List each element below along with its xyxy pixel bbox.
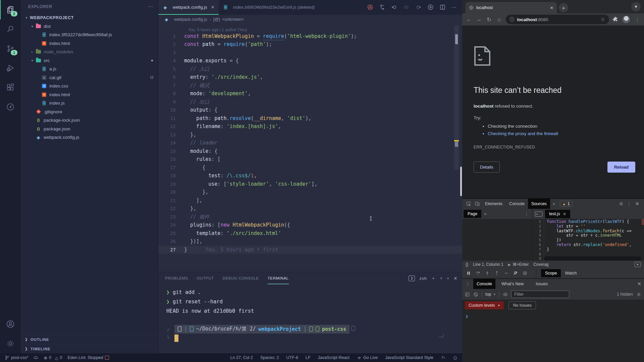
console-sidebar-icon[interactable]	[465, 292, 470, 297]
maximize-panel-icon[interactable]: ∧	[447, 277, 449, 280]
more-navigator-tabs-icon[interactable]: »	[481, 212, 489, 216]
tab-debug-console[interactable]: DEBUG CONSOLE	[223, 272, 259, 284]
tab-webpack-config[interactable]: ◈ webpack.config.js ✕	[158, 0, 219, 15]
extension-circle-activity-icon[interactable]	[0, 97, 21, 117]
source-code-pane[interactable]: 1function handlePriceStr(lastWTF) {2 let…	[532, 219, 644, 261]
tree-item-WEBPACKPROJECT[interactable]: ▾WEBPACKPROJECT	[21, 13, 158, 22]
tab-deleted-file[interactable]: index.b69034b5fed15e2e81e9.js (deleted)	[219, 0, 319, 15]
close-drawer-icon[interactable]: ✕	[634, 281, 644, 287]
step-over-icon[interactable]	[476, 271, 480, 276]
console-tab[interactable]: Console	[473, 279, 495, 289]
details-button[interactable]: Details	[474, 162, 500, 173]
new-terminal-icon[interactable]: ＋	[431, 275, 436, 281]
lint-status-item[interactable]: Eden Lint: Stopped	[67, 355, 109, 360]
account-icon[interactable]	[0, 314, 21, 334]
custom-levels-dropdown[interactable]: Custom levels ▼	[465, 301, 504, 309]
new-tab-button[interactable]: ＋	[559, 3, 568, 12]
tree-item-a.js[interactable]: a.js	[21, 65, 158, 73]
eol-sequence[interactable]: LF	[306, 355, 311, 360]
tree-item-cat.gif[interactable]: ▲cat.gifU	[21, 73, 158, 82]
navigator-tab-page[interactable]: Page	[464, 210, 481, 218]
git-graph-icon[interactable]	[379, 4, 385, 10]
run-debug-activity-icon[interactable]	[0, 58, 21, 78]
overflow-dropdown-icon[interactable]: ▼	[635, 262, 641, 267]
tree-item-index.html[interactable]: 5index.html	[21, 90, 158, 99]
breadcrumb[interactable]: ◈ webpack.config.js › [@] <unknown>	[158, 15, 462, 24]
watch-tab[interactable]: Watch	[561, 269, 581, 277]
more-tabs-icon[interactable]: »	[550, 201, 558, 206]
codelens-annotation[interactable]: You, 5 hours ago | 1 author (You)	[158, 24, 462, 32]
drawer-menu-icon[interactable]: ⋮	[462, 282, 473, 287]
current-change-icon[interactable]	[403, 4, 410, 10]
go-live-item[interactable]: Go Live	[357, 355, 378, 360]
devtools-tab-console[interactable]: Console	[506, 199, 528, 209]
devtools-tab-elements[interactable]: Elements	[482, 199, 506, 209]
branch-status-item[interactable]: post-css*	[5, 355, 28, 360]
source-file-tab[interactable]: test.js ✕	[545, 210, 570, 218]
navigator-pane[interactable]	[462, 219, 532, 261]
step-icon[interactable]	[504, 271, 508, 276]
terminal[interactable]: ❯ git add .❯ git reset --hardHEAD is now…	[158, 284, 462, 353]
standard-style[interactable]: JavaScript Standard Style	[385, 355, 433, 360]
devtools-settings-gear-icon[interactable]	[617, 201, 626, 206]
breadcrumb-symbol[interactable]: <unknown>	[222, 17, 244, 22]
reload-button[interactable]: Reload	[607, 162, 635, 173]
extensions-activity-icon[interactable]	[0, 78, 21, 97]
forward-icon[interactable]: →	[476, 16, 482, 22]
red-knot-icon[interactable]	[367, 4, 373, 10]
issues-tab[interactable]: Issues	[532, 279, 551, 289]
pause-on-exceptions-icon[interactable]	[523, 271, 527, 276]
encoding[interactable]: UTF-8	[286, 355, 298, 360]
tree-item-package.json[interactable]: {}package.json	[21, 125, 158, 133]
coverage-label[interactable]: Coverag	[533, 262, 548, 267]
terminal-dropdown-icon[interactable]: ∨	[440, 277, 442, 280]
explorer-more-actions[interactable]: ⋯	[148, 4, 153, 10]
javascript-context-select[interactable]: top ▼	[485, 292, 496, 297]
settings-gear-icon[interactable]	[0, 334, 21, 353]
navigator-menu-icon[interactable]: ⋮	[525, 212, 532, 217]
explorer-activity-icon[interactable]: 2	[0, 0, 21, 19]
indentation[interactable]: Spaces: 2	[260, 355, 279, 360]
pretty-print-icon[interactable]: {}	[466, 262, 468, 267]
code-editor[interactable]: You, 5 hours ago | 1 author (You) 1const…	[158, 24, 462, 272]
close-file-icon[interactable]: ✕	[563, 212, 566, 217]
source-control-activity-icon[interactable]: 1	[0, 39, 21, 58]
more-actions-icon[interactable]: ⋯	[451, 4, 457, 10]
deactivate-breakpoints-icon[interactable]	[513, 271, 518, 276]
tree-item-.gitignore[interactable]: +.gitignore	[21, 108, 158, 116]
step-out-icon[interactable]	[494, 271, 499, 276]
reload-icon[interactable]: ↻	[486, 16, 492, 23]
devtools-tab-sources[interactable]: Sources	[528, 199, 550, 209]
close-devtools-icon[interactable]: ✕	[632, 201, 642, 207]
timeline-section[interactable]: ❯TIMELINE	[21, 344, 158, 353]
inspect-element-icon[interactable]	[464, 201, 473, 206]
cursor-position[interactable]: Ln 27, Col 2	[230, 355, 253, 360]
horizontal-scrollbar[interactable]	[544, 256, 641, 260]
clear-console-icon[interactable]	[473, 292, 478, 297]
device-toolbar-icon[interactable]	[473, 201, 482, 206]
tree-item-package-lock.json[interactable]: {}package-lock.json	[21, 116, 158, 125]
profile-avatar[interactable]	[622, 15, 631, 24]
home-icon[interactable]: ⌂	[496, 16, 502, 22]
window-chevron-button[interactable]: ▼	[631, 2, 641, 11]
feedback-icon[interactable]	[441, 355, 445, 360]
console-settings-gear-icon[interactable]	[636, 292, 641, 297]
close-icon[interactable]: ✕	[211, 5, 215, 10]
scope-tab[interactable]: Scope	[541, 269, 561, 277]
hidden-messages-label[interactable]: 1 hidden	[617, 292, 633, 297]
chrome-menu-icon[interactable]: ⋮	[634, 17, 641, 22]
suggestion-link[interactable]: Checking the proxy and the firewall	[488, 131, 644, 136]
console-filter-input[interactable]: Filter	[511, 291, 569, 298]
tab-terminal[interactable]: TERMINAL	[268, 272, 289, 284]
chrome-tab-localhost[interactable]: localhost ✕	[466, 2, 557, 13]
devtools-menu-icon[interactable]: ⋮	[627, 201, 631, 206]
address-bar[interactable]: ⓘ localhost:8080 ☆	[506, 15, 609, 24]
close-panel-icon[interactable]: ✕	[454, 276, 458, 281]
pause-icon[interactable]	[466, 271, 471, 276]
tree-item-dist[interactable]: ▾dist	[21, 22, 158, 31]
split-editor-icon[interactable]	[439, 4, 446, 10]
tab-problems[interactable]: PROBLEMS	[165, 272, 188, 284]
notifications-bell-icon[interactable]	[453, 355, 458, 360]
close-tab-icon[interactable]: ✕	[550, 5, 553, 10]
problems-status-item[interactable]: ⊗ 0 △ 0	[44, 355, 62, 360]
